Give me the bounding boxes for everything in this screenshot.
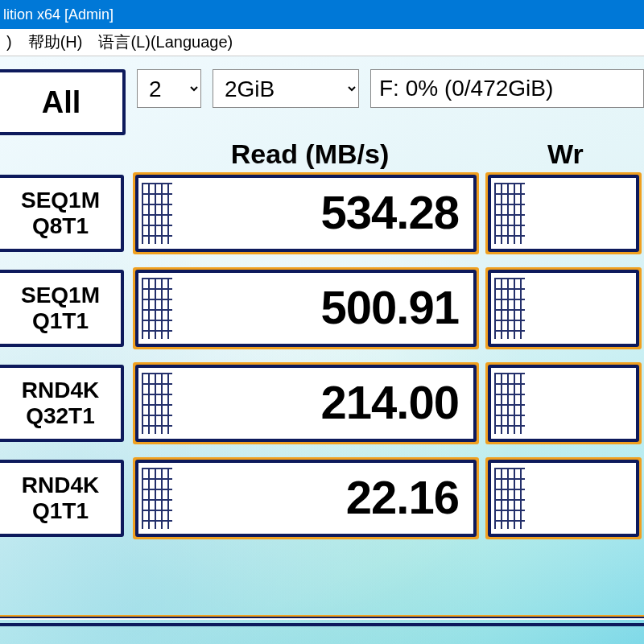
- read-value-cell: 214.00: [135, 365, 477, 442]
- drive-select[interactable]: F: 0% (0/472GiB): [370, 69, 644, 108]
- run-count-select[interactable]: 2: [137, 69, 201, 108]
- test-button-rnd4k-q1t1[interactable]: RND4K Q1T1: [0, 460, 124, 537]
- result-row: SEQ1M Q8T1 534.28: [0, 175, 644, 252]
- result-row: SEQ1M Q1T1 500.91: [0, 270, 644, 347]
- menu-close-paren[interactable]: ): [6, 33, 12, 52]
- test-button-rnd4k-q32t1[interactable]: RND4K Q32T1: [0, 365, 124, 442]
- test-label-line2: Q8T1: [0, 213, 121, 239]
- read-value: 500.91: [321, 280, 459, 334]
- test-label-line1: RND4K: [0, 473, 121, 498]
- write-value-cell: [488, 175, 639, 252]
- drive-select-text: F: 0% (0/472GiB): [379, 76, 553, 101]
- test-label-line2: Q32T1: [0, 403, 121, 429]
- window-titlebar: lition x64 [Admin]: [0, 0, 644, 29]
- test-button-seq1m-q1t1[interactable]: SEQ1M Q1T1: [0, 270, 124, 347]
- header-read: Read (MB/s): [137, 138, 483, 170]
- test-label-line2: Q1T1: [0, 308, 121, 334]
- run-all-button[interactable]: All: [0, 69, 126, 135]
- test-size-select[interactable]: 2GiB: [213, 69, 359, 108]
- read-value: 22.16: [346, 470, 459, 524]
- test-label-line2: Q1T1: [0, 498, 121, 524]
- read-value: 214.00: [321, 375, 459, 429]
- read-value-cell: 534.28: [135, 175, 477, 252]
- test-label-line1: RND4K: [0, 378, 121, 403]
- footer-separator: [0, 615, 644, 620]
- read-value-cell: 22.16: [135, 460, 477, 537]
- window-title: lition x64 [Admin]: [3, 6, 114, 23]
- read-value-cell: 500.91: [135, 270, 477, 347]
- result-row: RND4K Q32T1 214.00: [0, 365, 644, 442]
- menu-language[interactable]: 语言(L)(Language): [98, 31, 233, 53]
- result-row: RND4K Q1T1 22.16: [0, 460, 644, 537]
- header-write: Wr: [483, 138, 644, 170]
- column-headers: Read (MB/s) Wr: [0, 138, 644, 170]
- test-label-line1: SEQ1M: [0, 283, 121, 308]
- write-value-cell: [488, 365, 639, 442]
- results-rows: SEQ1M Q8T1 534.28 SEQ1M Q1T1 500.91 RND4…: [0, 170, 644, 537]
- write-value-cell: [488, 460, 639, 537]
- test-label-line1: SEQ1M: [0, 188, 121, 213]
- menu-help[interactable]: 帮助(H): [28, 31, 83, 53]
- menu-bar: ) 帮助(H) 语言(L)(Language): [0, 29, 644, 56]
- read-value: 534.28: [321, 185, 459, 239]
- write-value-cell: [488, 270, 639, 347]
- run-all-label: All: [42, 85, 81, 120]
- test-button-seq1m-q8t1[interactable]: SEQ1M Q8T1: [0, 175, 124, 252]
